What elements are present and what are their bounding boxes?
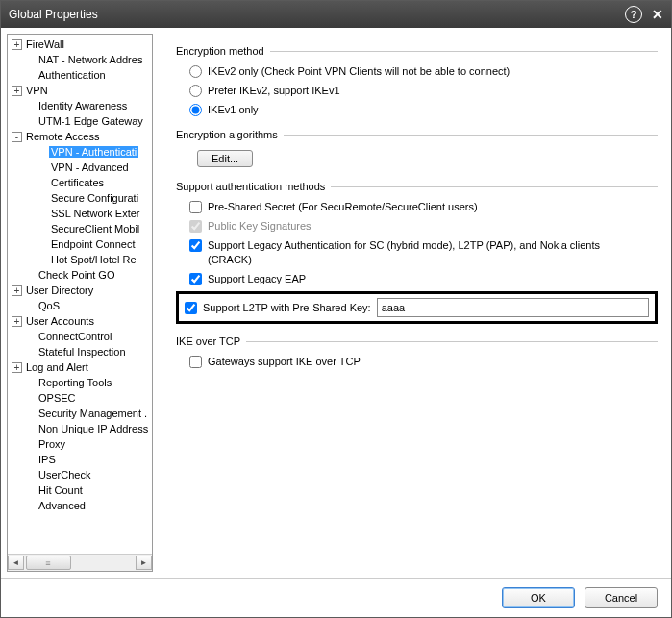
dialog-footer: OK Cancel <box>1 578 671 617</box>
tree-item[interactable]: Identity Awareness <box>8 98 152 113</box>
tree-item[interactable]: SecureClient Mobil <box>8 221 152 236</box>
radio-input[interactable] <box>189 104 202 116</box>
tree-item[interactable]: +Log and Alert <box>8 359 152 375</box>
global-properties-window: Global Properties ? ✕ +FireWallNAT - Net… <box>0 0 672 618</box>
checkbox-label: Gateways support IKE over TCP <box>208 355 361 369</box>
tree-item-label: VPN - Advanced <box>49 161 131 173</box>
tree-item[interactable]: Hit Count <box>8 482 152 498</box>
edit-button[interactable]: Edit... <box>197 150 253 167</box>
checkbox-input[interactable] <box>189 356 202 368</box>
tree-item[interactable]: VPN - Authenticati <box>8 144 152 160</box>
checkbox-input[interactable] <box>189 239 202 252</box>
check-preshared-secret[interactable]: Pre-Shared Secret (For SecuRemote/Secure… <box>189 200 658 214</box>
tree-item[interactable]: Advanced <box>8 498 152 513</box>
tree-item-label: Remote Access <box>24 131 101 142</box>
check-public-key: Public Key Signatures <box>189 219 658 234</box>
scroll-thumb[interactable]: ≡ <box>26 556 71 570</box>
section-title: IKE over TCP <box>176 335 240 347</box>
radio-prefer-ikev2[interactable]: Prefer IKEv2, support IKEv1 <box>189 84 658 98</box>
radio-label: Prefer IKEv2, support IKEv1 <box>208 84 340 98</box>
cancel-button[interactable]: Cancel <box>585 587 658 608</box>
tree-item[interactable]: IPS <box>8 452 152 467</box>
checkbox-label: Support Legacy Authentication for SC (hy… <box>208 238 611 267</box>
tree-item-label: UserCheck <box>37 469 92 481</box>
tree-item[interactable]: Check Point GO <box>8 267 152 283</box>
tree-item-label: QoS <box>37 300 62 311</box>
tree-item[interactable]: Stateful Inspection <box>8 344 152 359</box>
tree-item[interactable]: +User Directory <box>8 283 152 298</box>
radio-input[interactable] <box>189 65 202 78</box>
tree-item[interactable]: +FireWall <box>8 37 152 52</box>
tree-item[interactable]: Security Management . <box>8 406 152 421</box>
divider <box>270 51 658 52</box>
radio-ikev2-only[interactable]: IKEv2 only (Check Point VPN Clients will… <box>189 64 658 79</box>
tree-item-label: SecureClient Mobil <box>49 223 141 235</box>
checkbox-input[interactable] <box>185 302 197 314</box>
checkbox-label: Support Legacy EAP <box>208 272 306 286</box>
tree-item[interactable]: Non Unique IP Address <box>8 421 152 436</box>
radio-label: IKEv1 only <box>208 103 259 117</box>
tree-item[interactable]: ConnectControl <box>8 329 152 344</box>
close-icon[interactable]: ✕ <box>652 7 663 22</box>
tree-item-label: Non Unique IP Address <box>37 423 150 434</box>
scroll-left-icon[interactable]: ◄ <box>8 556 24 570</box>
checkbox-label: Support L2TP with Pre-Shared Key: <box>203 302 371 313</box>
scroll-right-icon[interactable]: ► <box>136 556 152 570</box>
section-encryption-algorithms: Encryption algorithms Edit... <box>176 129 658 169</box>
help-icon[interactable]: ? <box>625 6 642 23</box>
tree-item[interactable]: UserCheck <box>8 467 152 482</box>
check-gateways-ike-tcp[interactable]: Gateways support IKE over TCP <box>189 355 658 369</box>
radio-ikev1-only[interactable]: IKEv1 only <box>189 103 658 117</box>
checkbox-input[interactable] <box>189 201 202 213</box>
checkbox-input[interactable] <box>189 273 202 285</box>
tree-item[interactable]: -Remote Access <box>8 129 152 144</box>
tree-item[interactable]: Reporting Tools <box>8 375 152 390</box>
tree-item-label: Secure Configurati <box>49 192 140 204</box>
section-auth-methods: Support authentication methods Pre-Share… <box>176 181 658 324</box>
tree-item[interactable]: +User Accounts <box>8 313 152 329</box>
titlebar: Global Properties ? ✕ <box>1 1 671 28</box>
tree-item-label: Authentication <box>37 69 108 81</box>
tree-item[interactable]: SSL Network Exter <box>8 206 152 221</box>
expand-icon[interactable]: + <box>12 86 22 96</box>
expand-icon[interactable]: + <box>12 316 22 327</box>
tree-hscrollbar[interactable]: ◄ ≡ ► <box>8 554 152 571</box>
expand-icon[interactable]: + <box>12 362 22 373</box>
tree-item-label: User Directory <box>24 284 95 296</box>
tree-item-label: Log and Alert <box>24 361 90 373</box>
tree-item[interactable]: UTM-1 Edge Gateway <box>8 113 152 129</box>
ok-button[interactable]: OK <box>502 587 575 608</box>
content-panel: Encryption method IKEv2 only (Check Poin… <box>153 28 671 578</box>
section-encryption-method: Encryption method IKEv2 only (Check Poin… <box>176 45 658 117</box>
expand-icon[interactable]: + <box>12 285 22 296</box>
check-legacy-sc[interactable]: Support Legacy Authentication for SC (hy… <box>189 238 658 267</box>
tree-item[interactable]: Endpoint Connect <box>8 236 152 252</box>
tree-item[interactable]: NAT - Network Addres <box>8 52 152 67</box>
tree-item[interactable]: QoS <box>8 298 152 313</box>
tree-item-label: FireWall <box>24 38 66 50</box>
check-legacy-eap[interactable]: Support Legacy EAP <box>189 272 658 286</box>
window-title: Global Properties <box>9 8 625 21</box>
tree-item-label: NAT - Network Addres <box>37 54 144 65</box>
tree-item[interactable]: OPSEC <box>8 390 152 406</box>
tree-item-label: Security Management . <box>37 408 149 419</box>
tree-item-label: IPS <box>37 454 58 465</box>
tree-item-label: User Accounts <box>24 315 96 327</box>
tree-item-label: SSL Network Exter <box>49 208 142 219</box>
tree-item[interactable]: Proxy <box>8 436 152 452</box>
collapse-icon[interactable]: - <box>12 132 22 142</box>
tree-item[interactable]: +VPN <box>8 83 152 98</box>
tree-item[interactable]: Secure Configurati <box>8 190 152 206</box>
radio-input[interactable] <box>189 85 202 97</box>
expand-icon[interactable]: + <box>12 39 22 50</box>
tree-item[interactable]: VPN - Advanced <box>8 160 152 175</box>
divider <box>331 186 658 187</box>
divider <box>284 135 658 136</box>
l2tp-psk-input[interactable] <box>377 298 649 317</box>
tree-item[interactable]: Authentication <box>8 67 152 83</box>
tree-item[interactable]: Hot Spot/Hotel Re <box>8 252 152 267</box>
tree-item[interactable]: Certificates <box>8 175 152 190</box>
checkbox-label: Public Key Signatures <box>208 219 311 234</box>
section-title: Encryption method <box>176 45 264 57</box>
section-title: Encryption algorithms <box>176 129 278 140</box>
